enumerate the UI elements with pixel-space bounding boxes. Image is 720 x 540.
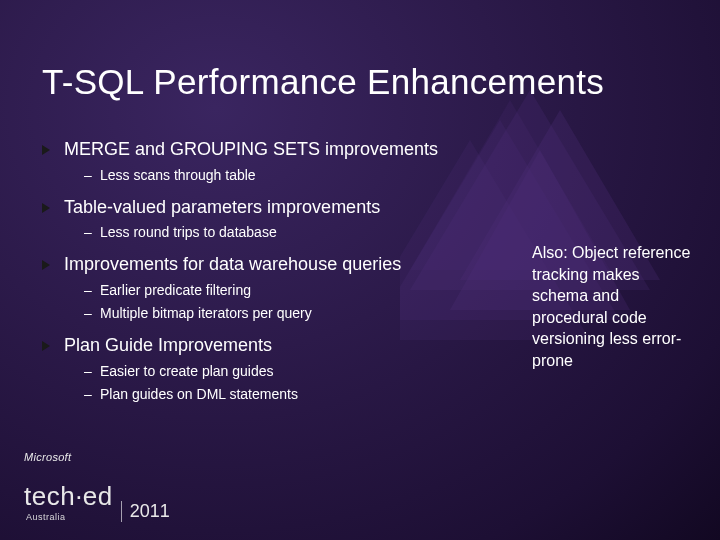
bullet-headline: MERGE and GROUPING SETS improvements xyxy=(42,138,472,161)
bullet-item: Improvements for data warehouse queries … xyxy=(42,253,472,322)
bullet-sub: Easier to create plan guides xyxy=(42,362,472,380)
slide: T-SQL Performance Enhancements MERGE and… xyxy=(0,0,720,540)
bullet-list: MERGE and GROUPING SETS improvements Les… xyxy=(42,138,472,415)
footer-left: Microsoft tech·ed Australia xyxy=(24,469,113,522)
brand-year: 2011 xyxy=(121,501,170,522)
bullet-headline: Table-valued parameters improvements xyxy=(42,196,472,219)
footer: Microsoft tech·ed Australia 2011 xyxy=(24,469,170,522)
bullet-sub: Less scans through table xyxy=(42,166,472,184)
bullet-item: Table-valued parameters improvements Les… xyxy=(42,196,472,242)
bullet-headline: Plan Guide Improvements xyxy=(42,334,472,357)
slide-title: T-SQL Performance Enhancements xyxy=(42,62,604,102)
sidebar-note: Also: Object reference tracking makes sc… xyxy=(532,242,692,372)
brand-main-wrap: tech·ed xyxy=(24,481,113,512)
bullet-sub: Multiple bitmap iterators per query xyxy=(42,304,472,322)
bullet-sub: Earlier predicate filtering xyxy=(42,281,472,299)
bullet-sub: Plan guides on DML statements xyxy=(42,385,472,403)
bullet-item: MERGE and GROUPING SETS improvements Les… xyxy=(42,138,472,184)
bullet-item: Plan Guide Improvements Easier to create… xyxy=(42,334,472,403)
bullet-headline: Improvements for data warehouse queries xyxy=(42,253,472,276)
bullet-sub: Less round trips to database xyxy=(42,223,472,241)
brand-region: Australia xyxy=(26,512,113,522)
brand-small: Microsoft xyxy=(24,451,113,463)
brand-main: tech·ed xyxy=(24,481,113,512)
